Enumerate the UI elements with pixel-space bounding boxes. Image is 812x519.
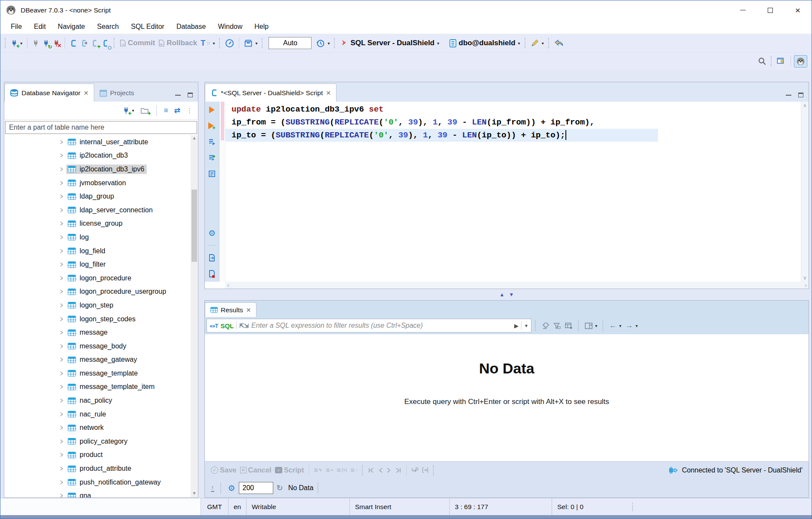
expand-chevron-icon[interactable]: [59, 167, 66, 172]
edit-row-button[interactable]: ≡✎: [312, 465, 324, 475]
clear-filter-button[interactable]: [540, 321, 551, 330]
tree-item-message_template[interactable]: message_template: [4, 367, 198, 380]
sql-editor-new-button[interactable]: [79, 38, 90, 49]
code-line-1[interactable]: update ip2location_db3_ipv6 set: [232, 103, 801, 116]
expand-chevron-icon[interactable]: [59, 180, 66, 186]
copy-row-button[interactable]: ≡(+): [335, 465, 349, 475]
tree-item-logon_step_codes[interactable]: logon_step_codes: [4, 312, 198, 326]
tree-item-log[interactable]: log: [4, 230, 198, 244]
tree-item-ldap_group[interactable]: ldap_group: [4, 190, 198, 203]
menu-edit[interactable]: Edit: [28, 23, 52, 31]
collapse-all-button[interactable]: ≡: [162, 105, 170, 116]
expand-chevron-icon[interactable]: [59, 357, 66, 362]
expand-chevron-icon[interactable]: [59, 493, 66, 497]
expand-chevron-icon[interactable]: [59, 153, 66, 158]
expand-chevron-icon[interactable]: [59, 466, 66, 471]
fetch-settings-button[interactable]: ⚙: [226, 482, 237, 494]
sash-down-icon[interactable]: ▼: [509, 292, 514, 298]
panel-maximize-icon[interactable]: [188, 93, 193, 97]
last-row-button[interactable]: [393, 466, 403, 475]
script-button[interactable]: ○Script: [273, 465, 306, 475]
tree-item-jvmobservation[interactable]: jvmobservation: [4, 176, 198, 190]
tree-item-log_filter[interactable]: log_filter: [4, 258, 198, 271]
scroll-down-icon[interactable]: ∨: [803, 275, 807, 281]
filter-type-icon[interactable]: «»T: [210, 323, 218, 329]
search-button[interactable]: [756, 56, 768, 67]
expand-chevron-icon[interactable]: [59, 439, 66, 444]
first-row-button[interactable]: [366, 466, 376, 475]
scroll-up-icon[interactable]: ▲: [192, 135, 197, 142]
cancel-button[interactable]: ✕Cancel: [238, 465, 273, 475]
tree-item-nac_rule[interactable]: nac_rule: [4, 407, 198, 421]
export-data-button[interactable]: ↑: [209, 483, 216, 493]
tree-item-license_group[interactable]: license_group: [4, 217, 198, 231]
connection-picker[interactable]: SQL Server - DualShield ▾: [338, 37, 441, 49]
expand-chevron-icon[interactable]: [59, 235, 66, 240]
execute-script-button[interactable]: [205, 134, 219, 150]
fetch-size-input[interactable]: [239, 482, 273, 494]
delete-row-button[interactable]: ≡−: [349, 465, 359, 475]
execute-new-tab-button[interactable]: +: [205, 118, 219, 134]
expand-chevron-icon[interactable]: [59, 140, 66, 145]
scroll-up-icon[interactable]: ∧: [803, 103, 807, 109]
output-log-button[interactable]: [205, 266, 219, 282]
package-button[interactable]: ▾: [242, 38, 259, 49]
expand-chevron-icon[interactable]: [59, 303, 66, 308]
tree-item-qna[interactable]: qna: [4, 489, 198, 497]
scroll-down-icon[interactable]: ▼: [192, 491, 197, 497]
close-button[interactable]: ×: [784, 0, 812, 20]
tree-item-ip2location_db3[interactable]: ip2location_db3: [4, 149, 198, 163]
previous-query-button[interactable]: [553, 37, 565, 49]
menu-search[interactable]: Search: [91, 23, 125, 31]
performance-button[interactable]: [223, 37, 236, 49]
new-connection-button[interactable]: + ▾: [9, 38, 24, 48]
editor-settings-button[interactable]: ⚙: [205, 225, 219, 241]
expand-chevron-icon[interactable]: [59, 398, 66, 403]
custom-filter-button[interactable]: [552, 321, 562, 330]
fetch-all-button[interactable]: [420, 466, 430, 475]
minimize-button[interactable]: [729, 0, 756, 20]
open-perspective-button[interactable]: [775, 56, 787, 67]
menu-help[interactable]: Help: [248, 23, 275, 31]
nav-new-connection-button[interactable]: + ▾: [121, 106, 136, 115]
expand-chevron-icon[interactable]: [59, 371, 66, 376]
link-with-editor-button[interactable]: ⇄: [173, 105, 182, 116]
menu-database[interactable]: Database: [170, 23, 212, 31]
scroll-right-icon[interactable]: ›: [805, 282, 807, 289]
tab-projects[interactable]: Projects: [94, 84, 139, 102]
refresh-button[interactable]: ↻: [275, 482, 285, 494]
scrollbar-thumb[interactable]: [191, 190, 197, 262]
next-row-button[interactable]: [385, 466, 393, 475]
tree-item-message_gateway[interactable]: message_gateway: [4, 353, 198, 367]
tab-close-icon[interactable]: ✕: [326, 90, 331, 96]
transaction-log-button[interactable]: ▾: [314, 37, 331, 49]
expand-filter-icon[interactable]: ⇱⇲: [239, 323, 249, 329]
nav-back-button[interactable]: ←▾: [608, 320, 623, 331]
menu-file[interactable]: File: [5, 23, 28, 31]
menu-window[interactable]: Window: [212, 23, 248, 31]
fetch-page-button[interactable]: [410, 466, 420, 475]
expand-chevron-icon[interactable]: [59, 276, 66, 281]
commit-mode-select[interactable]: Auto: [269, 37, 312, 49]
commit-button[interactable]: Commit: [118, 37, 157, 49]
schema-picker[interactable]: dbo@dualshield ▾: [447, 37, 522, 49]
view-menu-button[interactable]: ⋮: [185, 106, 195, 116]
tree-item-network[interactable]: network: [4, 421, 198, 435]
panel-minimize-icon[interactable]: [175, 95, 181, 96]
tab-sql-script[interactable]: *<SQL Server - DualShield> Script ✕: [205, 84, 337, 102]
editor-results-sash[interactable]: ▲ ▼: [204, 289, 809, 300]
menu-navigate[interactable]: Navigate: [52, 23, 91, 31]
tree-item-log_field[interactable]: log_field: [4, 244, 198, 258]
apply-filter-icon[interactable]: ▶: [514, 323, 519, 329]
tree-item-nac_policy[interactable]: nac_policy: [4, 394, 198, 407]
expand-chevron-icon[interactable]: [59, 412, 66, 417]
sql-format-button[interactable]: ▾: [529, 37, 546, 49]
code-line-3[interactable]: ip_to = (SUBSTRING(REPLICATE('0', 39), 1…: [232, 129, 801, 142]
expand-chevron-icon[interactable]: [59, 221, 66, 226]
panels-toggle-button[interactable]: ▾: [583, 321, 599, 330]
tree-item-internal_user_attribute[interactable]: internal_user_attribute: [4, 135, 198, 149]
editor-horizontal-scrollbar[interactable]: ‹ ›: [225, 282, 809, 289]
expand-chevron-icon[interactable]: [59, 384, 66, 389]
expand-chevron-icon[interactable]: [59, 289, 66, 294]
sql-editor-add-button[interactable]: +: [90, 38, 100, 49]
